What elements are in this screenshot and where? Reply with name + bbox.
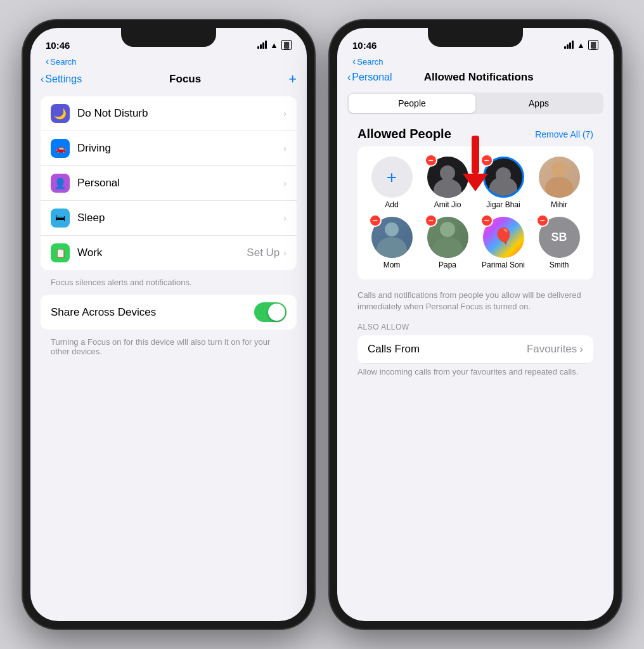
smith-label: Smith [550,260,569,269]
amit-label: Amit Jio [434,200,461,209]
remove-all-button[interactable]: Remove All (7) [535,129,593,139]
page-title-right: Allowed Notifications [392,71,565,84]
add-contact-button[interactable]: + [371,157,413,198]
calls-from-chevron: › [579,343,583,356]
calls-note: Allow incoming calls from your favourite… [347,364,603,385]
calls-from-value: Favourites › [527,343,583,356]
also-allow-header: Also Allow [347,320,603,335]
mihir-label: Mihir [551,200,567,209]
share-devices-row: Share Across Devices [41,295,297,330]
screenshot-container: 10:46 ▲ ▓ ‹ Search [0,0,644,649]
svg-point-5 [432,237,463,258]
driving-icon: 🚗 [51,139,70,158]
segment-control: People Apps [347,93,603,114]
share-devices-toggle[interactable] [254,302,287,322]
add-focus-button[interactable]: + [288,71,297,87]
list-item-personal[interactable]: 👤 Personal › [41,166,297,201]
parimal-label: Parimal Soni [482,260,525,269]
share-devices-label: Share Across Devices [51,306,254,319]
allowed-info-text: Calls and notifications from people you … [347,287,603,320]
contact-parimal[interactable]: 🎈 − Parimal Soni [479,217,527,269]
tab-people[interactable]: People [349,94,475,113]
contact-papa[interactable]: − Papa [423,217,472,269]
personal-back-button[interactable]: ‹ Personal [347,72,392,83]
svg-point-0 [551,162,567,177]
calls-from-label: Calls From [368,343,420,356]
remove-mom-button[interactable]: − [369,214,382,227]
search-back-label-right[interactable]: Search [357,57,383,67]
calls-from-row[interactable]: Calls From Favourites › [357,335,593,364]
share-devices-group: Share Across Devices [41,295,297,330]
list-item-sleep[interactable]: 🛏 Sleep › [41,201,297,236]
status-icons-right: ▲ ▓ [564,40,598,50]
driving-label: Driving [77,142,283,155]
remove-smith-button[interactable]: − [536,214,549,227]
back-label: Settings [45,74,82,85]
signal-icon [257,41,267,49]
contact-add[interactable]: + Add [368,157,416,209]
signal-icon [564,41,574,49]
work-icon: 📋 [51,243,70,262]
back-chevron-icon: ‹ [347,72,351,83]
allowed-people-title: Allowed People [357,127,451,141]
arrow-body [472,136,479,174]
work-value: Set Up [247,247,280,259]
papa-label: Papa [439,260,456,269]
svg-point-4 [440,222,455,237]
notch-right [428,28,523,47]
battery-icon: ▓ [281,40,292,50]
search-back-chevron: ‹ [46,56,49,67]
back-chevron-icon: ‹ [41,74,44,85]
status-icons-left: ▲ ▓ [257,40,292,50]
wifi-icon: ▲ [270,41,278,50]
add-label: Add [385,200,398,209]
battery-icon: ▓ [588,40,598,50]
svg-point-3 [377,237,407,258]
jigar-label: Jigar Bhai [486,200,520,209]
time-left: 10:46 [46,40,70,51]
chevron-icon: › [283,143,287,153]
tab-apps[interactable]: Apps [475,94,602,113]
left-phone: 10:46 ▲ ▓ ‹ Search [23,20,314,629]
search-back-label[interactable]: Search [50,57,76,67]
contact-mom[interactable]: − Mom [368,217,416,269]
remove-papa-button[interactable]: − [425,214,437,227]
nav-bar-right: ‹ Personal Allowed Notifications [337,70,614,87]
chevron-icon: › [283,178,287,188]
chevron-icon: › [283,248,287,258]
arrow-head [463,174,488,191]
remove-parimal-button[interactable]: − [480,214,493,227]
list-item-work[interactable]: 📋 Work Set Up › [41,236,297,270]
share-note: Turning a Focus on for this device will … [41,335,297,364]
contact-mihir[interactable]: Mihir [535,157,583,209]
wifi-icon: ▲ [577,41,585,50]
notch-left [121,28,216,47]
right-phone: 10:46 ▲ ▓ ‹ Search [330,20,621,629]
content-right: Allowed People Remove All (7) + Add [337,119,614,621]
chevron-icon: › [283,213,287,223]
red-arrow-indicator [463,136,488,191]
personal-label: Personal [77,177,283,190]
settings-back-button[interactable]: ‹ Settings [41,74,82,85]
do-not-disturb-label: Do Not Disturb [77,107,283,120]
page-title-left: Focus [82,73,288,86]
list-item-do-not-disturb[interactable]: 🌙 Do Not Disturb › [41,96,297,131]
chevron-icon: › [283,108,287,119]
list-item-driving[interactable]: 🚗 Driving › [41,131,297,166]
do-not-disturb-icon: 🌙 [51,104,70,123]
sleep-label: Sleep [77,212,283,224]
mom-label: Mom [383,260,401,269]
search-back-chevron-right: ‹ [352,56,356,67]
remove-amit-button[interactable]: − [425,154,437,167]
focus-note: Focus silences alerts and notifications. [41,275,297,295]
focus-list: 🌙 Do Not Disturb › 🚗 Driving › 👤 Persona… [41,96,297,270]
back-label-right: Personal [352,72,392,83]
sleep-icon: 🛏 [51,209,70,228]
time-right: 10:46 [352,40,377,51]
nav-bar-left: ‹ Settings Focus + [30,70,307,91]
toggle-knob [268,304,285,321]
contact-smith[interactable]: SB − Smith [535,217,583,269]
calls-from-value-text: Favourites [527,343,577,356]
calls-from-group: Calls From Favourites › [357,335,593,364]
mihir-avatar [539,157,580,198]
